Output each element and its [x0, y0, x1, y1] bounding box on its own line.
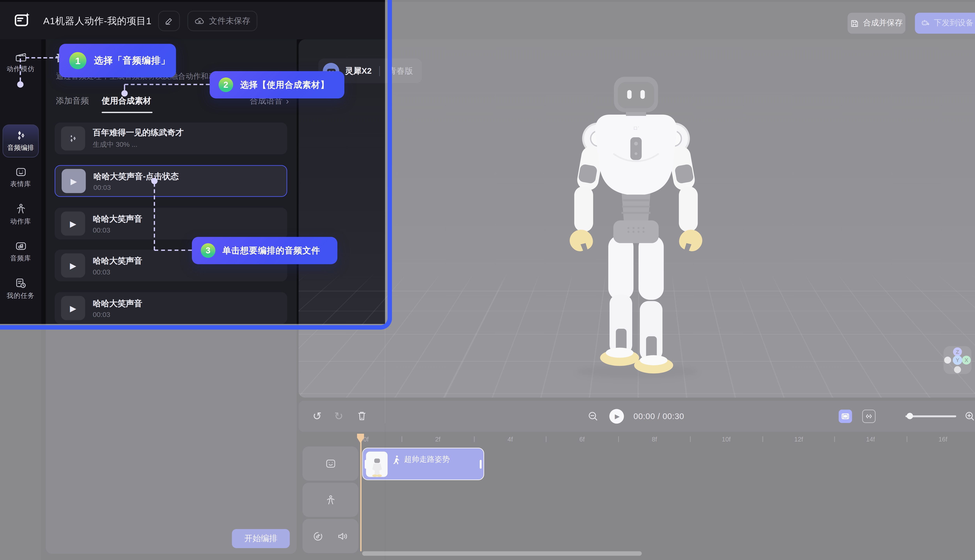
step-text: 选择「音频编排」	[94, 55, 170, 67]
step-number-badge: 1	[69, 52, 87, 69]
tutorial-step-1: 1 选择「音频编排」	[59, 44, 176, 78]
tutorial-connector-line	[125, 84, 210, 85]
tutorial-connector-dot	[17, 81, 23, 88]
step-text: 单击想要编排的音频文件	[222, 245, 320, 256]
tutorial-connector-line	[154, 183, 155, 250]
step-text: 选择【使用合成素材】	[240, 79, 329, 91]
tutorial-dim-overlay	[0, 324, 385, 560]
tutorial-spotlight-border	[0, 0, 392, 330]
tutorial-connector-line	[25, 57, 59, 58]
app-root: A1机器人动作-我的项目1 文件未保存 合成并保存 下发	[0, 0, 975, 560]
tutorial-connector-line	[20, 58, 21, 81]
tutorial-connector-line	[154, 250, 192, 251]
tutorial-connector-dot	[121, 90, 128, 97]
tutorial-step-2: 2 选择【使用合成素材】	[210, 71, 344, 98]
tutorial-step-3: 3 单击想要编排的音频文件	[192, 237, 337, 264]
tutorial-dim-overlay	[385, 0, 975, 560]
step-number-badge: 2	[219, 78, 233, 92]
tutorial-connector-line	[124, 84, 125, 90]
step-number-badge: 3	[201, 243, 215, 258]
